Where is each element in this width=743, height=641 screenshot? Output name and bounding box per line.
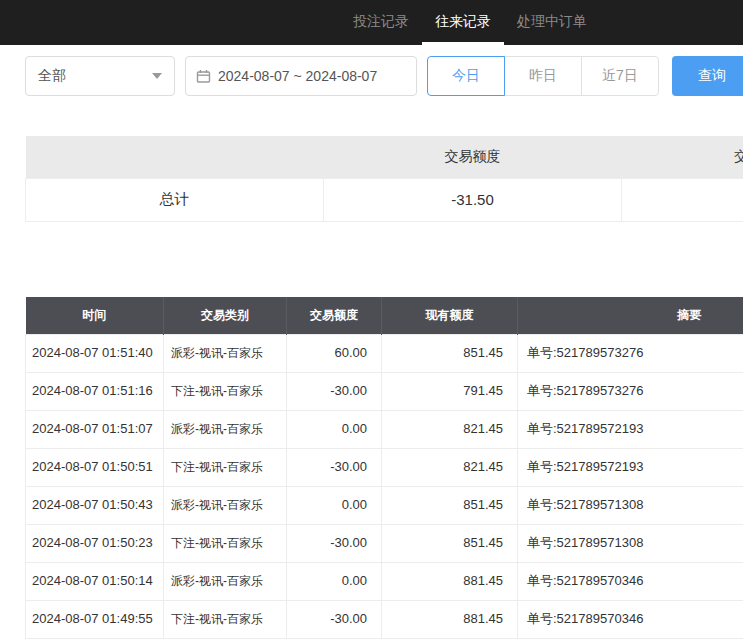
date-range-value: 2024-08-07 ~ 2024-08-07 [218, 68, 377, 84]
chevron-down-icon [152, 73, 162, 79]
column-header: 现有额度 [382, 297, 518, 335]
cell-balance: 851.45 [382, 525, 518, 563]
tab-betting-records[interactable]: 投注记录 [340, 0, 422, 45]
cell-memo: 单号:521789572193 [518, 449, 743, 487]
cell-amount: -30.00 [287, 449, 382, 487]
table-row: 2024-08-07 01:51:07派彩-视讯-百家乐0.00821.45单号… [26, 411, 743, 449]
column-header: 交易额度 [287, 297, 382, 335]
cell-type: 下注-视讯-百家乐 [164, 449, 287, 487]
cell-balance: 821.45 [382, 449, 518, 487]
cell-type: 派彩-视讯-百家乐 [164, 487, 287, 525]
cell-balance: 881.45 [382, 563, 518, 601]
cell-balance: 851.45 [382, 487, 518, 525]
cell-balance: 851.45 [382, 335, 518, 373]
summary-header-blank [26, 136, 324, 178]
quick-filter-last7days[interactable]: 近7日 [581, 56, 659, 96]
transactions-tbody: 2024-08-07 01:51:40派彩-视讯-百家乐60.00851.45单… [26, 335, 743, 639]
cell-type: 下注-视讯-百家乐 [164, 601, 287, 639]
records-section: 时间交易类别交易额度现有额度摘要 2024-08-07 01:51:40派彩-视… [25, 297, 743, 640]
tab-transaction-records[interactable]: 往来记录 [422, 0, 504, 45]
cell-balance: 821.45 [382, 411, 518, 449]
records-table: 时间交易类别交易额度现有额度摘要 2024-08-07 01:51:40派彩-视… [25, 297, 743, 640]
cell-time: 2024-08-07 01:51:40 [26, 335, 164, 373]
cell-type: 下注-视讯-百家乐 [164, 373, 287, 411]
summary-total-row: 总计 -31.50 [26, 178, 743, 221]
filter-bar: 全部 2024-08-07 ~ 2024-08-07 今日 昨日 近7日 查询 [0, 45, 743, 111]
query-button[interactable]: 查询 [672, 56, 743, 96]
table-row: 2024-08-07 01:50:51下注-视讯-百家乐-30.00821.45… [26, 449, 743, 487]
summary-total-extra [622, 178, 743, 221]
cell-amount: 0.00 [287, 487, 382, 525]
cell-balance: 791.45 [382, 373, 518, 411]
cell-amount: 60.00 [287, 335, 382, 373]
cell-memo: 单号:521789571308 [518, 487, 743, 525]
column-header: 摘要 [518, 297, 743, 335]
cell-memo: 单号:521789573276 [518, 335, 743, 373]
cell-type: 派彩-视讯-百家乐 [164, 563, 287, 601]
cell-memo: 单号:521789570346 [518, 601, 743, 639]
calendar-icon [196, 69, 211, 84]
cell-amount: -30.00 [287, 373, 382, 411]
records-header-row: 时间交易类别交易额度现有额度摘要 [26, 297, 743, 335]
summary-header-extra: 交 [622, 136, 743, 178]
summary-total-amount: -31.50 [324, 178, 622, 221]
cell-time: 2024-08-07 01:51:16 [26, 373, 164, 411]
summary-total-label: 总计 [26, 178, 324, 221]
cell-type: 下注-视讯-百家乐 [164, 525, 287, 563]
table-row: 2024-08-07 01:51:40派彩-视讯-百家乐60.00851.45单… [26, 335, 743, 373]
quick-date-filters: 今日 昨日 近7日 [427, 56, 659, 96]
table-row: 2024-08-07 01:50:14派彩-视讯-百家乐0.00881.45单号… [26, 563, 743, 601]
cell-memo: 单号:521789573276 [518, 373, 743, 411]
column-header: 交易类别 [164, 297, 287, 335]
summary-header-row: 交易额度 交 [26, 136, 743, 178]
table-row: 2024-08-07 01:50:43派彩-视讯-百家乐0.00851.45单号… [26, 487, 743, 525]
cell-time: 2024-08-07 01:50:43 [26, 487, 164, 525]
cell-memo: 单号:521789571308 [518, 525, 743, 563]
table-row: 2024-08-07 01:50:23下注-视讯-百家乐-30.00851.45… [26, 525, 743, 563]
cell-time: 2024-08-07 01:50:23 [26, 525, 164, 563]
cell-time: 2024-08-07 01:49:55 [26, 601, 164, 639]
cell-memo: 单号:521789572193 [518, 411, 743, 449]
top-nav: 投注记录 往来记录 处理中订单 [0, 0, 743, 45]
type-select[interactable]: 全部 [25, 56, 175, 96]
cell-time: 2024-08-07 01:50:51 [26, 449, 164, 487]
summary-table: 交易额度 交 总计 -31.50 [25, 136, 743, 222]
quick-filter-yesterday[interactable]: 昨日 [504, 56, 582, 96]
tab-processing-orders[interactable]: 处理中订单 [504, 0, 600, 45]
cell-amount: -30.00 [287, 601, 382, 639]
cell-amount: 0.00 [287, 563, 382, 601]
column-header: 时间 [26, 297, 164, 335]
quick-filter-today[interactable]: 今日 [427, 56, 505, 96]
cell-time: 2024-08-07 01:51:07 [26, 411, 164, 449]
cell-memo: 单号:521789570346 [518, 563, 743, 601]
summary-header-amount: 交易额度 [324, 136, 622, 178]
cell-type: 派彩-视讯-百家乐 [164, 411, 287, 449]
cell-time: 2024-08-07 01:50:14 [26, 563, 164, 601]
date-range-input[interactable]: 2024-08-07 ~ 2024-08-07 [185, 56, 417, 96]
cell-amount: 0.00 [287, 411, 382, 449]
cell-type: 派彩-视讯-百家乐 [164, 335, 287, 373]
cell-balance: 881.45 [382, 601, 518, 639]
table-row: 2024-08-07 01:49:55下注-视讯-百家乐-30.00881.45… [26, 601, 743, 639]
table-row: 2024-08-07 01:51:16下注-视讯-百家乐-30.00791.45… [26, 373, 743, 411]
type-select-value: 全部 [38, 67, 66, 85]
summary-section: 交易额度 交 总计 -31.50 [25, 136, 743, 222]
cell-amount: -30.00 [287, 525, 382, 563]
